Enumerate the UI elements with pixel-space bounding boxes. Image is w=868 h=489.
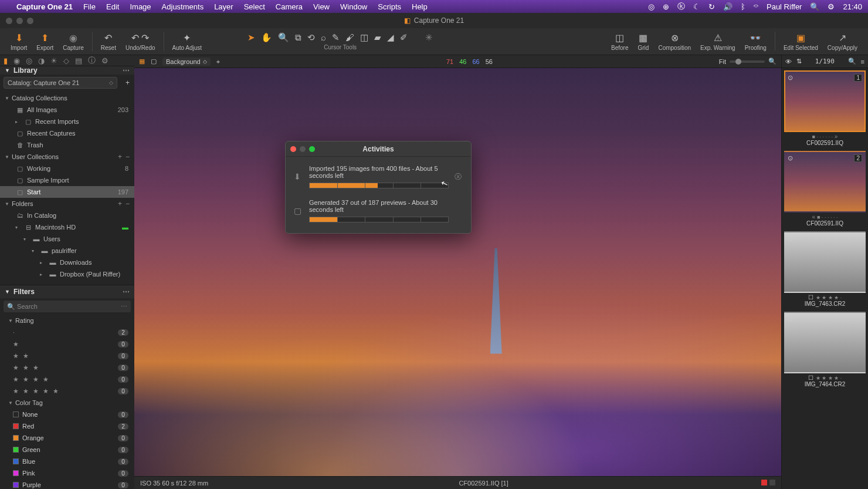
colortag-filter-row[interactable]: Blue0 [0, 456, 134, 467]
eye-icon[interactable]: 👁 [785, 58, 792, 65]
add-catalog-button[interactable]: + [121, 79, 134, 87]
colortag-filter-row[interactable]: None0 [0, 409, 134, 420]
more-icon[interactable]: ⋯ [123, 66, 130, 75]
minimize-button[interactable] [300, 146, 306, 152]
menu-file[interactable]: File [83, 2, 96, 11]
tab-styles-icon[interactable]: ▤ [75, 56, 82, 65]
menu-camera[interactable]: Camera [276, 2, 303, 11]
colortag-filter-row[interactable]: Pink0 [0, 467, 134, 479]
maximize-button[interactable] [309, 146, 315, 152]
minimize-button[interactable] [16, 18, 23, 24]
app-name[interactable]: Capture One 21 [16, 2, 73, 11]
catalog-selector[interactable]: Catalog: Capture One 21◇ [4, 77, 117, 89]
clock[interactable]: 21:40 [843, 2, 862, 11]
catalog-collections-header[interactable]: ▼Catalog Collections [0, 92, 134, 104]
reset-button[interactable]: ↶Reset [96, 32, 121, 51]
zoom-fit-button[interactable]: Fit [719, 58, 726, 65]
tab-capture-icon[interactable]: ◉ [13, 56, 20, 65]
thumbnail[interactable]: ⊙ ☐★ ★ ★ ★ ·IMG_7464.CR2 [784, 312, 866, 389]
menu-help[interactable]: Help [412, 2, 428, 11]
menu-layer[interactable]: Layer [214, 2, 233, 11]
menu-select[interactable]: Select [244, 2, 265, 11]
status-icon[interactable]: ⊕ [663, 2, 669, 11]
image-canvas[interactable] [134, 68, 781, 476]
auto-adjust-button[interactable]: ✦Auto Adjust [168, 32, 207, 51]
close-button[interactable] [290, 146, 296, 152]
tab-library-icon[interactable]: ▮ [4, 56, 8, 65]
menu-adjustments[interactable]: Adjustments [162, 2, 204, 11]
search-icon[interactable]: 🔍 [848, 58, 856, 65]
capture-button[interactable]: ◉Capture [58, 32, 89, 51]
tab-exposure-icon[interactable]: ☀ [50, 56, 57, 65]
collection-working[interactable]: ▢Working8 [0, 163, 134, 174]
grid-button[interactable]: ▦Grid [633, 32, 654, 51]
menu-scripts[interactable]: Scripts [378, 2, 401, 11]
thumbnail[interactable]: ⊙2 « ■ · · · · · ·CF002591.IIQ [784, 151, 866, 228]
activity-icon[interactable]: ✳ [425, 32, 433, 43]
shape-tool[interactable]: ◢ [387, 32, 394, 43]
folders-header[interactable]: ▼Folders+− [0, 198, 134, 210]
exposure-warning-button[interactable]: ⚠Exp. Warning [696, 32, 740, 51]
colortag-filter-row[interactable]: Green0 [0, 444, 134, 456]
spot-tool[interactable]: ✎ [332, 32, 340, 43]
user-name[interactable]: Paul Riffer [767, 2, 802, 11]
rating-filter-header[interactable]: ▼Rating [0, 315, 134, 326]
cancel-icon[interactable]: ⓧ [455, 172, 463, 182]
rating-filter-row[interactable]: ★ ★0 [0, 350, 134, 362]
copy-apply-button[interactable]: ↗Copy/Apply [823, 32, 862, 51]
hand-tool[interactable]: ✋ [261, 32, 272, 43]
folder-macintosh-hd[interactable]: ▾⊟Macintosh HD▬ [0, 221, 134, 233]
annotate-tool[interactable]: ✐ [400, 32, 408, 43]
filter-icon[interactable]: ≡ [861, 58, 864, 65]
import-button[interactable]: ⬇Import [6, 32, 32, 51]
rating-filter-row[interactable]: ★ ★ ★0 [0, 362, 134, 373]
composition-button[interactable]: ⊗Composition [653, 32, 696, 51]
tab-color-icon[interactable]: ◑ [38, 56, 45, 65]
collection-all-images[interactable]: ▦All Images203 [0, 104, 134, 116]
view-single-icon[interactable]: ▢ [151, 58, 157, 65]
bluetooth-icon[interactable]: ᛒ [741, 2, 745, 11]
rating-filter-row[interactable]: ★ ★ ★ ★0 [0, 373, 134, 385]
filters-panel-header[interactable]: ▼Filters⋯ [0, 285, 134, 298]
more-icon[interactable]: ⋯ [121, 303, 127, 311]
menu-edit[interactable]: Edit [106, 2, 119, 11]
brush-tool[interactable]: 🖌 [345, 32, 354, 43]
pointer-tool[interactable]: ➤ [247, 32, 255, 43]
library-panel-header[interactable]: ▼Library⋯ [0, 66, 134, 75]
remove-icon[interactable]: − [126, 153, 130, 161]
rating-filter-row[interactable]: ★ ★ ★ ★ ★0 [0, 385, 134, 397]
more-icon[interactable]: ⋯ [123, 288, 130, 296]
undo-redo-button[interactable]: ↶ ↷Undo/Redo [121, 32, 160, 51]
thumbnail[interactable]: ⊙1 ■ · · · · · · »CF002591.IIQ [784, 70, 866, 147]
menu-image[interactable]: Image [130, 2, 151, 11]
menu-view[interactable]: View [313, 2, 330, 11]
search-input[interactable]: 🔍 Search⋯ [4, 301, 131, 312]
collection-recent-imports[interactable]: ▸▢Recent Imports [0, 116, 134, 127]
rating-filter-row[interactable]: ★0 [0, 338, 134, 350]
remove-icon[interactable]: − [126, 200, 130, 208]
edit-selected-button[interactable]: ▣Edit Selected [779, 32, 823, 51]
rating-filter-row[interactable]: ·2 [0, 326, 134, 338]
sort-icon[interactable]: ⇅ [796, 58, 802, 65]
collection-recent-captures[interactable]: ▢Recent Captures [0, 127, 134, 139]
colortag-filter-row[interactable]: Red2 [0, 420, 134, 432]
maximize-button[interactable] [27, 18, 33, 24]
eraser-tool[interactable]: ◫ [360, 32, 368, 43]
colortag-filter-header[interactable]: ▼Color Tag [0, 397, 134, 409]
color-tag-indicator[interactable] [759, 480, 775, 487]
folder-downloads[interactable]: ▸▬Downloads [0, 257, 134, 268]
tab-details-icon[interactable]: ◇ [63, 56, 69, 65]
folder-dropbox[interactable]: ▸▬Dropbox (Paul Riffer) [0, 268, 134, 280]
control-center-icon[interactable]: ⚙ [828, 2, 835, 11]
folder-user[interactable]: ▾▬paulriffer [0, 245, 134, 257]
colortag-filter-row[interactable]: Orange0 [0, 432, 134, 444]
zoom-slider[interactable] [730, 60, 765, 63]
add-icon[interactable]: + [118, 200, 122, 208]
thumbnail[interactable]: ⊙ ☐★ ★ ★ ★ ·IMG_7463.CR2 [784, 231, 866, 308]
proofing-button[interactable]: 👓Proofing [740, 32, 771, 51]
rotate-tool[interactable]: ⟲ [307, 32, 315, 43]
folder-users[interactable]: ▾▬Users [0, 233, 134, 245]
folder-in-catalog[interactable]: 🗂In Catalog [0, 210, 134, 221]
view-grid-icon[interactable]: ▦ [139, 58, 145, 65]
sync-icon[interactable]: ↻ [708, 2, 715, 11]
